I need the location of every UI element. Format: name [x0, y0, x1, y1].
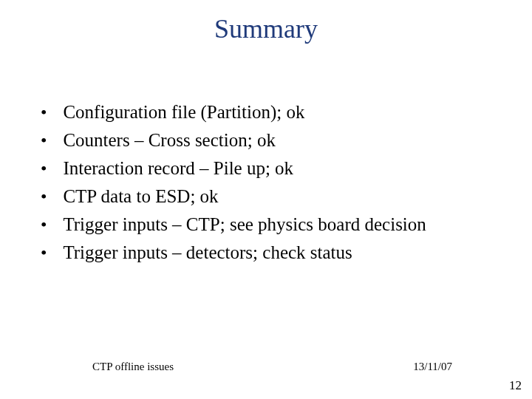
bullet-list: • Configuration file (Partition); ok • C… — [41, 100, 488, 265]
bullet-icon: • — [41, 240, 47, 265]
bullet-icon: • — [41, 156, 47, 181]
footer-left: CTP offline issues — [92, 361, 174, 373]
list-item: • Trigger inputs – detectors; check stat… — [41, 240, 488, 265]
list-item: • Interaction record – Pile up; ok — [41, 156, 488, 181]
bullet-icon: • — [41, 212, 47, 237]
bullet-text: Interaction record – Pile up; ok — [63, 156, 293, 181]
bullet-icon: • — [41, 184, 47, 209]
footer-right: 13/11/07 — [413, 361, 452, 373]
bullet-text: Configuration file (Partition); ok — [63, 100, 304, 125]
bullet-icon: • — [41, 128, 47, 153]
bullet-text: Trigger inputs – CTP; see physics board … — [63, 212, 426, 237]
list-item: • CTP data to ESD; ok — [41, 184, 488, 209]
page-number: 12 — [509, 378, 522, 393]
page-title: Summary — [0, 13, 532, 44]
bullet-text: Trigger inputs – detectors; check status — [63, 240, 352, 265]
bullet-icon: • — [41, 100, 47, 125]
bullet-text: CTP data to ESD; ok — [63, 184, 218, 209]
bullet-text: Counters – Cross section; ok — [63, 128, 276, 153]
list-item: • Counters – Cross section; ok — [41, 128, 488, 153]
list-item: • Configuration file (Partition); ok — [41, 100, 488, 125]
list-item: • Trigger inputs – CTP; see physics boar… — [41, 212, 488, 237]
